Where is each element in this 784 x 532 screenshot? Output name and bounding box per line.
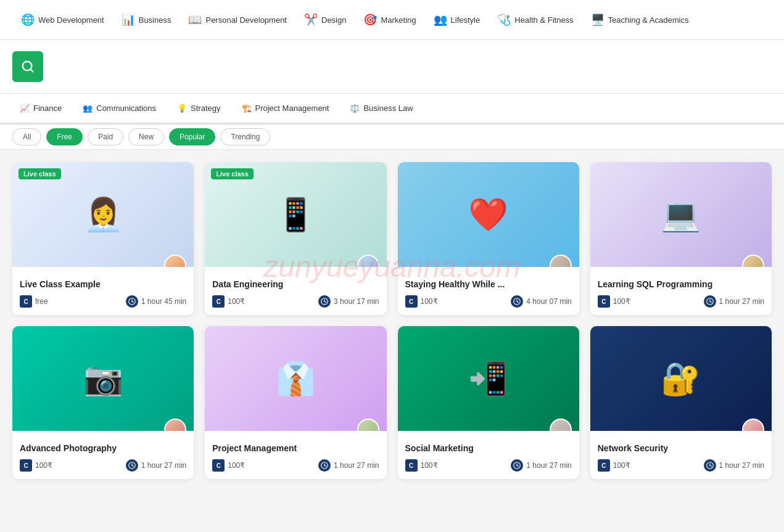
course-card[interactable]: 💻 Learning SQL Programming C 100₹ xyxy=(590,162,772,315)
nav-icon-1: 📊 xyxy=(122,13,135,27)
course-meta: C 100₹ 1 hour 27 min xyxy=(405,459,572,472)
course-thumbnail: 📷 xyxy=(12,326,194,431)
sub-nav-icon-1: 👥 xyxy=(83,104,93,113)
clock-icon xyxy=(704,459,716,472)
course-title: Learning SQL Programming xyxy=(598,279,764,289)
course-title: Data Engineering xyxy=(212,279,379,289)
clock-icon xyxy=(126,295,138,308)
nav-item-health-and-fitness[interactable]: 🩺Health & Fitness xyxy=(489,0,582,40)
thumb-emoji: ❤️ xyxy=(468,196,508,234)
nav-item-design[interactable]: ✂️Design xyxy=(295,0,355,40)
course-info: Staying Healthy While ... C 100₹ 4 hour … xyxy=(398,267,579,315)
course-title: Staying Healthy While ... xyxy=(405,279,572,289)
course-card[interactable]: Live class 👩‍💼 Live Class Example C free xyxy=(12,162,194,315)
avatar xyxy=(164,419,186,431)
nav-item-teaching-and-academics[interactable]: 🖥️Teaching & Academics xyxy=(582,0,698,40)
avatar xyxy=(550,419,572,431)
sub-nav-label-2: Strategy xyxy=(191,104,220,113)
filter-btn-popular[interactable]: Popular xyxy=(169,128,215,145)
svg-line-7 xyxy=(324,301,326,303)
price-icon: C xyxy=(212,295,225,308)
nav-icon-6: 🩺 xyxy=(497,13,511,27)
thumb-emoji: 🔐 xyxy=(661,360,701,398)
duration-item: 1 hour 45 min xyxy=(126,295,186,308)
nav-item-business[interactable]: 📊Business xyxy=(113,0,180,40)
nav-item-marketing[interactable]: 🎯Marketing xyxy=(355,0,424,40)
filter-btn-free[interactable]: Free xyxy=(46,128,83,145)
duration-item: 1 hour 27 min xyxy=(704,459,764,472)
course-info: Advanced Photography C 100₹ 1 hour 27 mi… xyxy=(12,431,194,479)
course-duration: 1 hour 27 min xyxy=(141,461,186,470)
sub-nav-item-communications[interactable]: 👥Communications xyxy=(75,93,163,124)
price-item: C free xyxy=(20,295,48,308)
search-button[interactable] xyxy=(12,51,43,82)
course-card[interactable]: 📲 Social Marketing C 100₹ xyxy=(398,326,579,479)
price-item: C 100₹ xyxy=(405,459,438,472)
thumb-inner: 💻 xyxy=(590,162,772,267)
nav-item-lifestyle[interactable]: 👥Lifestyle xyxy=(425,0,489,40)
course-info: Learning SQL Programming C 100₹ 1 hour 2… xyxy=(590,267,772,315)
course-card[interactable]: 📷 Advanced Photography C 100₹ xyxy=(12,326,194,479)
duration-item: 1 hour 27 min xyxy=(511,459,571,472)
filter-btn-paid[interactable]: Paid xyxy=(88,128,123,145)
course-duration: 4 hour 07 min xyxy=(526,297,571,306)
sub-nav-item-strategy[interactable]: 💡Strategy xyxy=(170,93,228,124)
sub-nav-label-3: Project Management xyxy=(255,104,329,113)
sub-nav-label-4: Business Law xyxy=(363,104,413,113)
course-card[interactable]: 👔 Project Management C 100₹ xyxy=(205,326,386,479)
course-meta: C 100₹ 1 hour 27 min xyxy=(598,295,764,308)
live-badge: Live class xyxy=(19,168,61,179)
duration-item: 4 hour 07 min xyxy=(511,295,571,308)
course-title: Live Class Example xyxy=(20,279,186,289)
price-item: C 100₹ xyxy=(212,459,245,472)
svg-line-10 xyxy=(517,301,518,303)
course-price: 100₹ xyxy=(228,461,245,470)
price-icon: C xyxy=(405,459,418,472)
sub-nav-item-business-law[interactable]: ⚖️Business Law xyxy=(342,93,420,124)
course-info: Social Marketing C 100₹ 1 hour 27 min xyxy=(398,431,579,479)
sub-nav-item-finance[interactable]: 📈Finance xyxy=(12,93,69,124)
avatar xyxy=(742,419,764,431)
course-duration: 1 hour 45 min xyxy=(141,297,186,306)
course-thumbnail: Live class 📱 xyxy=(205,162,386,267)
clock-icon xyxy=(511,295,523,308)
course-price: 100₹ xyxy=(421,297,438,306)
filter-btn-new[interactable]: New xyxy=(128,128,164,145)
thumb-emoji: 👩‍💼 xyxy=(83,196,123,234)
main-content: Live class 👩‍💼 Live Class Example C free xyxy=(0,150,784,491)
sub-nav-icon-4: ⚖️ xyxy=(350,104,360,113)
nav-label-5: Lifestyle xyxy=(451,15,481,25)
price-icon: C xyxy=(598,459,610,472)
thumb-inner: 📲 xyxy=(398,326,579,431)
avatar xyxy=(742,255,764,267)
price-icon: C xyxy=(20,295,32,308)
duration-item: 1 hour 27 min xyxy=(126,459,186,472)
nav-item-personal-development[interactable]: 📖Personal Development xyxy=(179,0,295,40)
price-item: C 100₹ xyxy=(598,295,630,308)
course-title: Network Security xyxy=(598,443,764,453)
nav-icon-5: 👥 xyxy=(434,13,447,27)
sub-nav-item-project-management[interactable]: 🏗️Project Management xyxy=(234,93,337,124)
price-icon: C xyxy=(20,459,32,472)
course-info: Data Engineering C 100₹ 3 hour 17 min xyxy=(205,267,386,315)
price-item: C 100₹ xyxy=(212,295,245,308)
course-meta: C 100₹ 1 hour 27 min xyxy=(20,459,186,472)
svg-line-25 xyxy=(710,465,711,467)
course-title: Social Marketing xyxy=(405,443,572,453)
nav-item-web-development[interactable]: 🌐Web Development xyxy=(12,0,113,40)
thumb-emoji: 👔 xyxy=(276,360,316,398)
course-card[interactable]: 🔐 Network Security C 100₹ xyxy=(590,326,772,479)
course-meta: C 100₹ 4 hour 07 min xyxy=(405,295,572,308)
course-card[interactable]: ❤️ Staying Healthy While ... C 100₹ xyxy=(398,162,579,315)
course-thumbnail: 👔 xyxy=(205,326,386,431)
nav-label-3: Design xyxy=(321,15,346,25)
filter-btn-all[interactable]: All xyxy=(12,128,41,145)
svg-line-1 xyxy=(30,69,33,72)
course-info: Project Management C 100₹ 1 hour 27 min xyxy=(205,431,386,479)
filter-btn-trending[interactable]: Trending xyxy=(220,128,270,145)
course-thumbnail: Live class 👩‍💼 xyxy=(12,162,194,267)
course-thumbnail: 🔐 xyxy=(590,326,772,431)
duration-item: 1 hour 27 min xyxy=(704,295,764,308)
course-card[interactable]: Live class 📱 Data Engineering C 100₹ xyxy=(205,162,386,315)
thumb-inner: 👔 xyxy=(205,326,386,431)
